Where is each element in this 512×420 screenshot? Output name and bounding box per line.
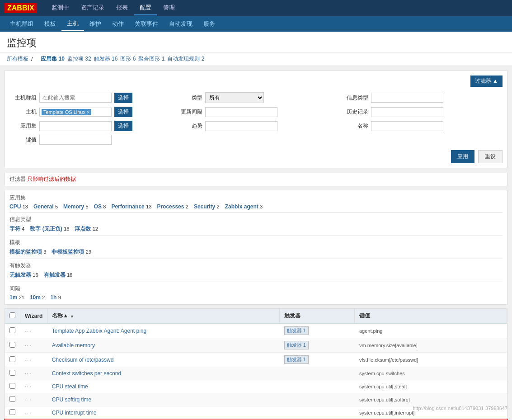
filter-hostgroup-select[interactable]: 选择 [114,93,132,103]
nav-service[interactable]: 服务 [198,17,221,31]
app-link-processes[interactable]: Processes [157,203,184,210]
row-3-trigger-badge[interactable]: 触发器 1 [284,355,309,364]
row-7-name-link[interactable]: CPU interrupt time [52,410,97,416]
app-count-performance: 13 [146,204,151,209]
breadcrumb-monitor-items[interactable]: 应用集 10 [41,55,65,63]
filter-toggle-button[interactable]: 过滤器 ▲ [470,76,503,87]
filter-interval-input[interactable] [205,107,277,117]
template-link-nontemplate[interactable]: 非模板监控项 [52,249,84,255]
top-nav-monitor[interactable]: 监测中 [46,1,75,15]
app-link-security[interactable]: Security [194,203,215,210]
breadcrumb-web[interactable]: 自动发现规则 2 [167,55,204,63]
row-2-name-link[interactable]: Available memory [52,342,95,349]
row-2-checkbox[interactable] [9,342,15,348]
app-link-zabbix[interactable]: Zabbix agent [225,203,258,210]
infotype-link-char[interactable]: 字符 [9,226,20,232]
items-table-container: Wizard 名称▲ ▲ 触发器 键值 ··· Template App Zab… [5,308,507,420]
infotype-item-float: 浮点数 12 [75,225,98,233]
app-link-performance[interactable]: Performance [111,203,144,210]
row-3-trigger: 触发器 1 [280,353,355,367]
top-nav-config[interactable]: 配置 [134,1,157,15]
app-link-cpu[interactable]: CPU [9,203,21,210]
row-3-checkbox[interactable] [9,356,15,362]
row-6-checkbox[interactable] [9,396,15,402]
row-5-name-link[interactable]: CPU steal time [52,383,88,390]
breadcrumb-aggregate[interactable]: 图形 6 [120,55,136,63]
nav-linkedevent[interactable]: 关联事件 [129,17,164,31]
filter-type-select[interactable]: 所有 [205,92,264,103]
row-6-dots[interactable]: ··· [25,396,32,403]
row-4-dots[interactable]: ··· [25,370,32,377]
filter-hostgroup-input[interactable] [39,93,112,103]
top-navigation: ZABBIX 监测中 资产记录 报表 配置 管理 [0,0,512,16]
filter-appset-select[interactable]: 选择 [114,121,132,131]
row-3-checkbox-cell [5,353,20,367]
filter-trend-input[interactable] [205,121,277,131]
table-row: ··· Template App Zabbix Agent: Agent pin… [5,323,507,338]
filter-apply-button[interactable]: 应用 [451,150,474,163]
interval-link-10m[interactable]: 10m [30,294,41,301]
filter-info-link[interactable]: 只影响过滤后的数据 [27,176,76,182]
interval-link-1h[interactable]: 1h [50,294,56,301]
row-6-key: system.cpu.util[,softirq] [355,393,507,406]
table-body: ··· Template App Zabbix Agent: Agent pin… [5,323,507,420]
row-4-name-link[interactable]: Context switches per second [52,370,121,377]
row-4-checkbox[interactable] [9,370,15,376]
app-link-general[interactable]: General [33,203,54,210]
row-3-dots[interactable]: ··· [25,357,32,363]
nav-autodiscover[interactable]: 自动发现 [164,17,198,31]
breadcrumb-autodiscover[interactable]: 聚合图形 1 [138,55,164,63]
filter-name-input[interactable] [371,121,443,131]
row-1-checkbox[interactable] [9,327,15,333]
row-5-checkbox[interactable] [9,383,15,389]
row-2-trigger-badge[interactable]: 触发器 1 [284,341,309,349]
row-2-dots[interactable]: ··· [25,342,32,349]
header-wizard[interactable]: Wizard [20,309,47,323]
row-7-checkbox[interactable] [9,409,15,415]
top-nav-admin[interactable]: 管理 [158,1,180,15]
filter-reset-button[interactable]: 重设 [478,150,503,163]
nav-host[interactable]: 主机 [61,17,84,31]
row-5-dots[interactable]: ··· [25,383,32,390]
row-3-name-link[interactable]: Checksum of /etc/passwd [52,357,114,363]
trigger-link-notrigger[interactable]: 无触发器 [9,272,31,278]
header-name[interactable]: 名称▲ ▲ [47,309,280,323]
row-1-trigger-badge[interactable]: 触发器 1 [284,326,309,335]
row-4-trigger [280,367,355,380]
nav-hostgroup[interactable]: 主机群组 [5,17,39,31]
row-1-dots[interactable]: ··· [25,328,32,334]
header-triggers[interactable]: 触发器 [280,309,355,323]
infotype-link-float[interactable]: 浮点数 [75,226,91,232]
filter-host-tag: Template OS Linux × [42,109,91,115]
nav-maintain[interactable]: 维护 [84,17,107,31]
trigger-link-hastrigger[interactable]: 有触发器 [44,272,66,278]
template-link-template[interactable]: 模板的监控项 [9,249,42,255]
filter-key-input[interactable] [39,135,112,145]
app-link-memory[interactable]: Memory [63,203,84,210]
top-nav-report[interactable]: 报表 [111,1,133,15]
row-1-checkbox-cell [5,323,20,338]
row-6-name-link[interactable]: CPU softirq time [52,396,91,403]
select-all-checkbox[interactable] [9,312,15,318]
filter-history-input[interactable] [371,107,443,117]
breadcrumb-all-templates[interactable]: 所有模板 [7,55,28,63]
filter-host-tag-container: Template OS Linux × [39,108,112,117]
filter-host-tag-remove[interactable]: × [87,109,89,115]
breadcrumb-triggers[interactable]: 监控项 32 [67,55,91,63]
app-link-os[interactable]: OS [94,203,102,210]
header-key[interactable]: 键值 [355,309,507,323]
breadcrumb-graphs[interactable]: 触发器 16 [94,55,118,63]
row-1-name-link[interactable]: Template App Zabbix Agent: Agent ping [52,328,146,334]
filter-host-select[interactable]: 选择 [114,107,132,117]
top-nav-assets[interactable]: 资产记录 [75,1,110,15]
filter-history-label: 历史记录 [341,108,368,116]
interval-count-1h: 9 [58,295,61,300]
nav-action[interactable]: 动作 [107,17,129,31]
row-7-dots[interactable]: ··· [25,410,32,416]
filter-infotype-input[interactable] [371,93,443,103]
infotype-link-positive[interactable]: 数字 (无正负) [30,226,62,232]
filter-appset-input[interactable] [39,121,112,131]
nav-template[interactable]: 模板 [39,17,61,31]
interval-link-1m[interactable]: 1m [9,294,17,301]
table-row: ··· Available memory 触发器 1 vm.memory.siz… [5,338,507,353]
